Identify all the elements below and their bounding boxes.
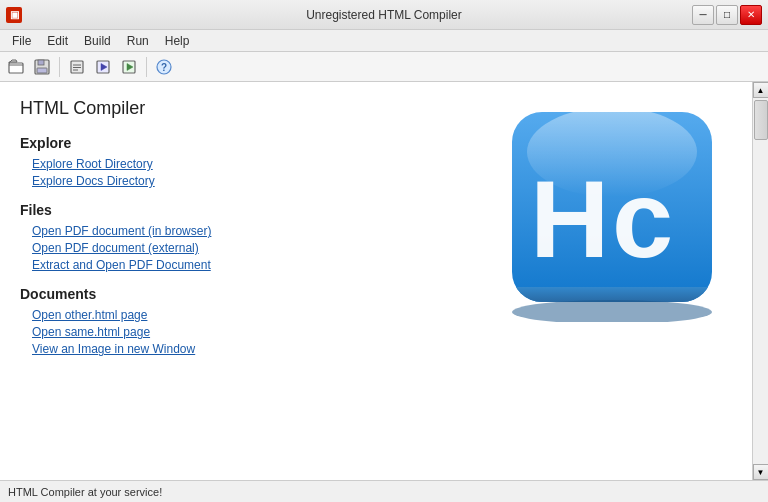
svg-text:H: H <box>530 157 609 280</box>
menu-run[interactable]: Run <box>119 32 157 50</box>
scrollbar-down-btn[interactable]: ▼ <box>753 464 769 480</box>
toolbar-save-btn[interactable] <box>30 55 54 79</box>
toolbar-run-btn[interactable] <box>91 55 115 79</box>
maximize-button[interactable]: □ <box>716 5 738 25</box>
status-text: HTML Compiler at your service! <box>8 486 162 498</box>
toolbar-open-btn[interactable] <box>4 55 28 79</box>
svg-text:c: c <box>612 157 673 280</box>
svg-rect-3 <box>37 68 47 73</box>
content-area: HTML Compiler <box>0 82 752 480</box>
toolbar-help-btn[interactable]: ? <box>152 55 176 79</box>
status-bar: HTML Compiler at your service! <box>0 480 768 502</box>
minimize-button[interactable]: ─ <box>692 5 714 25</box>
svg-point-18 <box>512 300 712 322</box>
title-bar-left: ▣ <box>6 7 22 23</box>
menu-file[interactable]: File <box>4 32 39 50</box>
scrollbar-up-btn[interactable]: ▲ <box>753 82 769 98</box>
menu-edit[interactable]: Edit <box>39 32 76 50</box>
app-icon: ▣ <box>6 7 22 23</box>
hc-logo: H c <box>502 102 722 322</box>
logo-container: H c <box>502 102 722 322</box>
toolbar-sep-2 <box>146 57 147 77</box>
svg-rect-2 <box>38 60 44 65</box>
window-title: Unregistered HTML Compiler <box>0 8 768 22</box>
toolbar-build-btn[interactable] <box>65 55 89 79</box>
title-bar: ▣ Unregistered HTML Compiler ─ □ ✕ <box>0 0 768 30</box>
menu-help[interactable]: Help <box>157 32 198 50</box>
close-button[interactable]: ✕ <box>740 5 762 25</box>
menu-build[interactable]: Build <box>76 32 119 50</box>
svg-text:?: ? <box>161 62 167 73</box>
link-view-image[interactable]: View an Image in new Window <box>20 342 732 356</box>
toolbar-sep-1 <box>59 57 60 77</box>
toolbar-run2-btn[interactable] <box>117 55 141 79</box>
toolbar: ? <box>0 52 768 82</box>
scrollbar-thumb[interactable] <box>754 100 768 140</box>
link-open-same-html[interactable]: Open same.html page <box>20 325 732 339</box>
scrollbar-track: ▲ ▼ <box>752 82 768 480</box>
main-layout: HTML Compiler <box>0 82 768 480</box>
window-controls: ─ □ ✕ <box>692 5 762 25</box>
menu-bar: File Edit Build Run Help <box>0 30 768 52</box>
